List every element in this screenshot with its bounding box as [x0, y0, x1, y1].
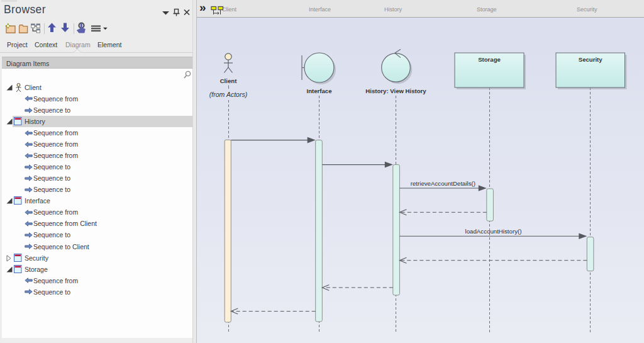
svg-text:Interface: Interface [307, 87, 332, 94]
svg-text:History: View History: History: View History [365, 87, 426, 94]
svg-text:loadAccountHistory(): loadAccountHistory() [465, 228, 522, 235]
svg-text:Client: Client [220, 77, 237, 84]
svg-text:Security: Security [579, 56, 603, 63]
svg-text:(from Actors): (from Actors) [209, 91, 247, 98]
svg-text:retrieveAccountDetails(): retrieveAccountDetails() [411, 180, 475, 187]
svg-text:Storage: Storage [478, 56, 501, 63]
